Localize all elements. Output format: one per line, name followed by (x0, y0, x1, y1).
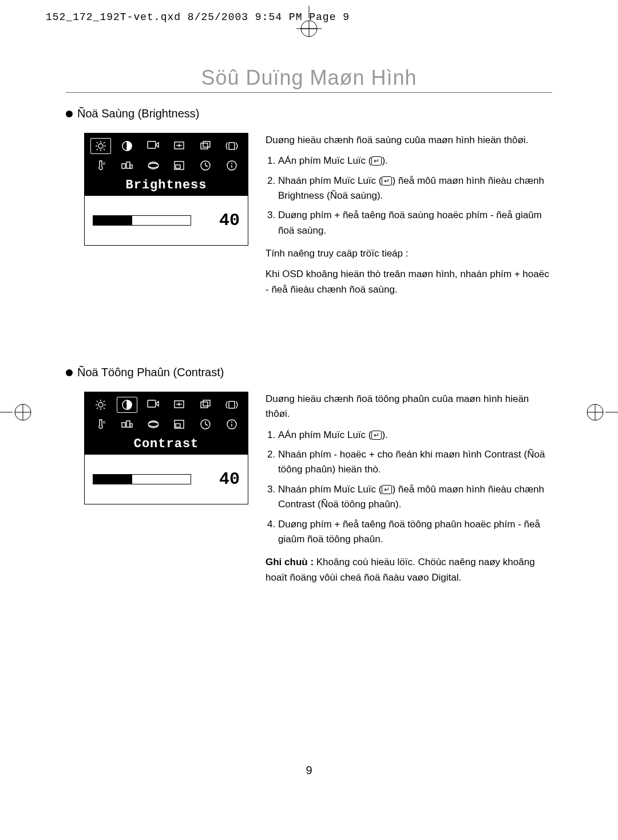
enter-icon: ↵ (382, 176, 392, 186)
tip-body: Khi OSD khoâng hieän thò treân maøn hình… (266, 267, 552, 297)
image-lock-icon (143, 138, 164, 154)
svg-rect-33 (130, 165, 132, 168)
slider-value: 40 (219, 211, 240, 230)
svg-text:K: K (103, 161, 106, 165)
svg-line-50 (104, 401, 105, 402)
crop-mark-top (275, 6, 343, 40)
step-tail: ). (382, 429, 387, 440)
section-brightness: Ñoä Saùng (Brightness) (66, 107, 552, 303)
slider-value: 40 (219, 470, 240, 489)
language-icon (143, 157, 164, 173)
osd-icon-row-1 (90, 138, 242, 154)
step-item: Nhaán phím - hoaëc + cho ñeán khi maøn h… (278, 447, 552, 478)
step-item: AÁn phím Muïc Luïc (↵). (278, 428, 552, 443)
svg-rect-59 (229, 401, 235, 408)
section-heading-contrast: Ñoä Töông Phaûn (Contrast) (66, 366, 552, 379)
expand-icon (221, 397, 242, 413)
svg-rect-31 (122, 164, 125, 168)
svg-rect-28 (203, 141, 210, 147)
osd-panel-brightness: K (84, 133, 248, 246)
brightness-icon (90, 138, 111, 154)
clock-icon (195, 157, 216, 173)
page: 152_172_192T-vet.qxd 8/25/2003 9:54 PM P… (0, 0, 618, 840)
color-temp-icon: K (90, 416, 111, 432)
step-item: Nhaán phím Muïc Luïc (↵) ñeå môû maøn hì… (278, 173, 552, 204)
step-text: AÁn phím Muïc Luïc ( (278, 155, 371, 166)
svg-line-21 (97, 149, 98, 150)
osd-label: Contrast (90, 436, 242, 451)
step-list: AÁn phím Muïc Luïc (↵). Nhaán phím - hoa… (266, 428, 552, 547)
svg-text:K: K (103, 420, 106, 424)
step-item: Nhaán phím Muïc Luïc (↵) ñeå môû maøn hì… (278, 482, 552, 512)
position-icon (169, 138, 189, 154)
step-item: Duøng phím + ñeå taêng ñoä töông phaûn h… (278, 517, 552, 547)
enter-icon: ↵ (382, 485, 392, 494)
clock-icon (195, 416, 216, 432)
svg-rect-61 (122, 423, 125, 427)
svg-line-69 (205, 424, 208, 425)
svg-line-51 (97, 408, 98, 409)
page-title: Söû Duïng Maøn Hình (66, 66, 552, 90)
svg-point-13 (98, 144, 103, 148)
osd-body: 40 (85, 455, 248, 504)
color-adjust-icon (117, 157, 137, 173)
page-number: 9 (0, 764, 618, 777)
svg-line-20 (104, 142, 105, 143)
note-heading: Ghi chuù : (266, 557, 314, 567)
menu-position-icon (169, 157, 189, 173)
info-icon (221, 416, 242, 432)
instructions-brightness: Duøng hieäu chænh ñoä saùng cuûa maøn hì… (266, 133, 552, 303)
title-rule (66, 92, 552, 93)
step-list: AÁn phím Muïc Luïc (↵). Nhaán phím Muïc … (266, 153, 552, 238)
slider-fill (93, 475, 132, 484)
svg-line-39 (205, 165, 208, 167)
image-lock-icon (143, 397, 164, 413)
osd-panel-contrast: K (84, 392, 248, 504)
bullet-icon (66, 369, 73, 376)
intro-text: Duøng hieäu chænh ñoä saùng cuûa maøn hì… (266, 133, 552, 148)
step-text: Nhaán phím Muïc Luïc ( (278, 484, 382, 495)
svg-point-43 (98, 403, 103, 407)
svg-point-42 (231, 163, 232, 164)
svg-rect-62 (126, 421, 130, 427)
contrast-icon (117, 138, 137, 154)
svg-rect-58 (203, 400, 210, 406)
osd-icon-row-2: K (90, 157, 242, 173)
step-item: AÁn phím Muïc Luïc (↵). (278, 153, 552, 168)
osd-top: K (85, 133, 248, 196)
intro-text: Duøng hieäu chænh ñoä töông phaûn cuûa m… (266, 392, 552, 422)
tip-heading: Tính naêng truy caäp tröïc tieáp : (266, 246, 552, 261)
enter-icon: ↵ (371, 156, 382, 165)
section-heading-label: Ñoä Saùng (Brightness) (77, 107, 199, 120)
slider-track (93, 215, 191, 226)
enter-icon: ↵ (371, 431, 382, 440)
color-adjust-icon (117, 416, 137, 432)
step-text: Nhaán phím Muïc Luïc ( (278, 175, 382, 186)
osd-top: K (85, 392, 248, 455)
slider-fill (93, 216, 132, 225)
crop-mark-right (578, 378, 618, 447)
svg-line-48 (97, 401, 98, 402)
menu-position-icon (169, 416, 189, 432)
svg-line-19 (104, 149, 105, 150)
svg-rect-63 (130, 424, 132, 427)
crop-mark-left (0, 378, 40, 447)
step-tail: ). (382, 155, 387, 166)
step-item: Duøng phím + ñeå taêng ñoä saùng hoaëc p… (278, 208, 552, 238)
osd-body: 40 (85, 196, 248, 245)
svg-line-18 (97, 142, 98, 143)
contrast-icon (117, 397, 137, 413)
svg-rect-29 (229, 143, 235, 149)
section-body: K (84, 133, 552, 303)
svg-rect-57 (201, 402, 208, 408)
section-body: K (84, 392, 552, 591)
svg-rect-53 (148, 400, 156, 407)
size-icon (195, 397, 216, 413)
section-contrast: Ñoä Töông Phaûn (Contrast) (66, 366, 552, 591)
content: Söû Duïng Maøn Hình Ñoä Saùng (Brightnes… (66, 66, 552, 591)
position-icon (169, 397, 189, 413)
svg-rect-23 (148, 141, 156, 148)
instructions-contrast: Duøng hieäu chænh ñoä töông phaûn cuûa m… (266, 392, 552, 591)
bullet-icon (66, 111, 73, 117)
svg-rect-32 (126, 162, 130, 168)
